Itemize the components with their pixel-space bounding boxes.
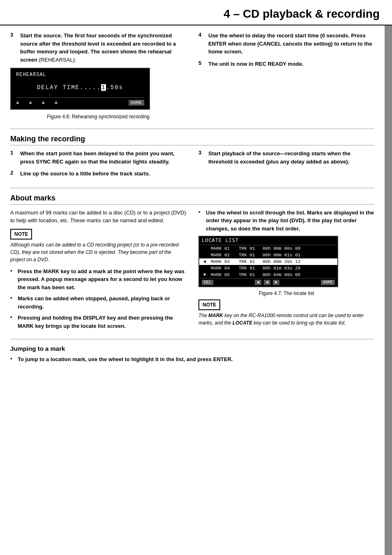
step-4-content: Use the wheel to delay the record start … xyxy=(208,32,374,56)
note2-text: The MARK key on the RC-RA1000 remote con… xyxy=(198,312,374,327)
locate-footer: DEL ◄ ◄ ► HOME xyxy=(199,278,337,286)
locate-row-5: ▼ MARK 05 TRK 01 00h 04m 00s 05 xyxy=(199,272,337,278)
mr-step-1-num: 1 xyxy=(10,150,17,166)
divider-3 xyxy=(10,339,374,339)
locate-del-btn: DEL xyxy=(202,280,213,285)
making-recording-right: 3 Start playback of the source—recording… xyxy=(198,150,374,182)
locate-home-btn: HOME xyxy=(321,280,335,285)
divider-2 xyxy=(10,188,374,188)
bullet-marks-added: • Marks can be added when stopped, pause… xyxy=(10,295,186,311)
mr-step-3-content: Start playback of the source—recording s… xyxy=(208,150,374,166)
step-5-item: 5 The unit is now in REC READY mode. xyxy=(198,60,374,68)
mr-step-3-num: 3 xyxy=(198,150,205,166)
section3-right: 4 Use the wheel to delay the record star… xyxy=(198,32,374,123)
page-header: 4 – CD playback & recording xyxy=(0,0,392,25)
locate-list-screen: LOCATE LIST MARK 01 TRK 01 00h 00m 00s 0… xyxy=(198,236,338,287)
mr-step-2-num: 2 xyxy=(10,170,17,178)
step-5-content: The unit is now in REC READY mode. xyxy=(208,60,374,68)
step-3-content: Start the source. The first four seconds… xyxy=(20,32,186,64)
mr-step-1: 1 When the start point has been delayed … xyxy=(10,150,186,166)
fig46-caption: Figure 4.6: Rehearsing synchronized reco… xyxy=(10,114,186,120)
lcd-rehearsal: REHEARSAL DELAY TIME.....1.50s ▲ ▲ ▲ ▲ H… xyxy=(10,68,150,110)
fig47-caption: Figure 4.7: The locate list xyxy=(198,290,374,296)
locate-row-1: MARK 01 TRK 01 00h 00m 00s 00 xyxy=(199,245,337,252)
lcd-home-btn: HOME xyxy=(129,100,144,106)
locate-back-btn: ◄ xyxy=(264,280,270,285)
bullet-display-mark: • Pressing and holding the DISPLAY key a… xyxy=(10,314,186,330)
main-content: 3 Start the source. The first four secon… xyxy=(0,25,385,555)
locate-fwd-btn: ► xyxy=(273,280,279,285)
lcd-title: REHEARSAL xyxy=(16,72,144,78)
locate-row-3: ◄ MARK 03 TRK 01 00h 00m 20s 12 xyxy=(199,258,337,265)
making-recording-twocol: 1 When the start point has been delayed … xyxy=(10,150,374,182)
mr-step-2-content: Line up the source to a little before th… xyxy=(20,170,186,178)
making-recording-left: 1 When the start point has been delayed … xyxy=(10,150,186,182)
section3-left: 3 Start the source. The first four secon… xyxy=(10,32,186,123)
about-marks-intro: A maximum of 99 marks can be added to a … xyxy=(10,209,186,225)
mr-step-1-content: When the start point has been delayed to… xyxy=(20,150,186,166)
making-recording-heading: Making the recording xyxy=(10,135,374,145)
step-4-num: 4 xyxy=(198,32,205,56)
about-marks-right: • Use the wheel to scroll through the li… xyxy=(198,209,374,334)
divider-1 xyxy=(10,129,374,129)
lcd-delay-line: DELAY TIME.....1.50s xyxy=(16,80,144,95)
step-3-num: 3 xyxy=(10,32,17,64)
section3-twocol: 3 Start the source. The first four secon… xyxy=(10,32,374,123)
note2-label: NOTE xyxy=(198,299,220,310)
mr-step-2: 2 Line up the source to a little before … xyxy=(10,170,186,178)
bullet-mark-key: • Press the MARK key to add a mark at th… xyxy=(10,267,186,292)
bullet-wheel-scroll: • Use the wheel to scroll through the li… xyxy=(198,209,374,233)
right-sidebar-bar xyxy=(385,25,392,555)
about-marks-left: A maximum of 99 marks can be added to a … xyxy=(10,209,186,334)
locate-row-4: MARK 04 TRK 01 00h 01m 03s 29 xyxy=(199,265,337,272)
page-title: 4 – CD playback & recording xyxy=(12,7,380,21)
jumping-heading: Jumping to a mark xyxy=(10,345,374,352)
locate-row-2: MARK 02 TRK 01 00h 00m 01s 01 xyxy=(199,252,337,258)
note1-text: Although marks can be added to a CD reco… xyxy=(10,241,186,263)
about-marks-twocol: A maximum of 99 marks can be added to a … xyxy=(10,209,374,334)
step-5-num: 5 xyxy=(198,60,205,68)
locate-prev-btn: ◄ xyxy=(255,280,261,285)
jumping-bullet: • To jump to a location mark, use the wh… xyxy=(10,355,374,364)
step-3-item: 3 Start the source. The first four secon… xyxy=(10,32,186,64)
about-marks-heading: About marks xyxy=(10,194,374,205)
note1-label: NOTE xyxy=(10,229,32,240)
mr-step-3: 3 Start playback of the source—recording… xyxy=(198,150,374,166)
page-container: 4 – CD playback & recording 3 Start the … xyxy=(0,0,392,555)
locate-list-title: LOCATE LIST xyxy=(199,237,337,245)
step-4-item: 4 Use the wheel to delay the record star… xyxy=(198,32,374,56)
